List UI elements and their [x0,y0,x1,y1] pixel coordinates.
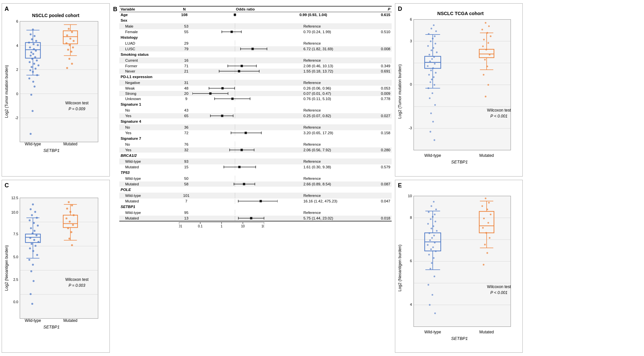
panel-d-svg: NSCLC TCGA cohort Log2 (Tumor mutation b… [395,4,522,176]
svg-point-335 [427,244,428,245]
forest-row-var: TP53 [119,170,176,176]
svg-point-47 [68,28,70,30]
forest-row-var: PD-L1 expression [119,74,176,80]
forest-row-n: 7 [176,199,193,204]
svg-point-118 [70,231,72,233]
forest-row-n: 29 [176,40,193,46]
svg-point-96 [36,254,38,256]
svg-point-339 [428,254,430,255]
svg-point-256 [429,60,431,62]
svg-text:5.0: 5.0 [13,255,18,259]
svg-point-273 [430,131,431,133]
svg-point-287 [487,42,489,44]
forest-row-n [176,34,193,40]
forest-row-var: SETBP1 [119,204,176,210]
svg-text:P < 0.001: P < 0.001 [490,290,507,295]
svg-point-283 [481,29,483,30]
svg-point-291 [484,59,486,60]
forest-row-p: 0.349 [367,63,392,69]
forest-row-or [298,52,367,57]
forest-row-or [298,34,367,40]
svg-point-249 [427,45,429,47]
forest-row-or: Reference [298,40,367,46]
forest-row-or [298,187,367,193]
panel-d: D NSCLC TCGA cohort Log2 (Tumor mutation… [395,3,523,177]
forest-row-or [298,17,367,23]
svg-point-11 [29,33,31,35]
svg-text:4: 4 [16,44,18,48]
col-variable: Variable [119,6,176,12]
panel-c-label: C [5,182,9,189]
forest-row-var: Yes [119,130,176,136]
svg-point-361 [482,227,484,228]
svg-rect-154 [241,65,243,67]
svg-point-359 [483,218,485,219]
svg-point-37 [33,86,35,88]
panel-d-label: D [398,6,402,12]
svg-point-21 [30,51,32,53]
col-or-val [298,6,367,12]
forest-row-p: 0.047 [367,199,392,204]
forest-row-or: 1.55 (0.18, 13.72) [298,69,367,74]
svg-point-39 [31,110,33,112]
forest-row-or [298,101,367,107]
svg-point-257 [434,63,436,65]
forest-row-or: 3.20 (0.65, 17.29) [298,130,367,136]
svg-point-50 [69,38,71,40]
svg-point-343 [434,275,435,277]
forest-row-p: 0.280 [367,147,392,153]
svg-point-271 [430,113,432,114]
svg-point-274 [434,139,435,141]
svg-point-341 [431,262,433,263]
forest-row-or [298,204,367,210]
svg-point-319 [431,205,432,207]
svg-text:2: 2 [16,68,18,72]
forest-row-p [367,80,392,86]
forest-row-var: Smoking status [119,52,176,57]
forest-row-n: 15 [176,164,193,170]
forest-row-n [176,204,193,210]
svg-point-40 [29,133,31,135]
svg-text:6: 6 [16,19,18,23]
forest-row-or: 2.66 (0.89, 8.54) [298,181,367,187]
svg-point-35 [29,77,30,79]
forest-row-n: 79 [176,46,193,52]
svg-text:Wilcoxon test: Wilcoxon test [65,277,88,282]
forest-row-n: 101 [176,193,193,199]
svg-text:0: 0 [410,82,412,86]
forest-row-var: Signature 7 [119,136,176,141]
svg-point-294 [487,84,489,86]
svg-text:3: 3 [410,39,412,43]
svg-text:SETBP1: SETBP1 [451,336,468,341]
svg-point-342 [430,268,431,269]
col-or: Odds ratio [192,6,298,12]
svg-rect-199 [238,166,241,168]
svg-point-293 [483,74,484,75]
forest-row-plot [192,113,298,118]
panel-a-gene: SETBP1 [43,148,60,153]
forest-row-var: Strong [119,91,176,96]
svg-text:10: 10 [408,194,412,198]
svg-point-116 [72,224,74,226]
svg-point-14 [35,40,37,42]
svg-rect-217 [250,217,252,220]
svg-point-111 [66,207,68,209]
forest-row-p [367,170,392,176]
forest-row-p: 0.087 [367,181,392,187]
forest-row-plot [192,46,298,52]
svg-rect-205 [243,183,245,185]
svg-point-326 [427,223,429,224]
svg-point-248 [435,43,436,44]
forest-row-plot [192,158,298,164]
panel-a-y-label: Log2 (Tumor mutation burden) [4,65,9,118]
forest-row-n: 36 [176,124,193,130]
forest-row-n: 72 [176,130,193,136]
forest-row-or: Reference [298,80,367,86]
svg-point-366 [483,264,484,265]
svg-point-282 [488,25,490,27]
svg-point-30 [30,66,32,68]
svg-text:8: 8 [410,215,412,219]
svg-point-28 [33,63,35,65]
svg-text:-3: -3 [409,126,412,130]
forest-row-var: Wild-type [119,210,176,216]
